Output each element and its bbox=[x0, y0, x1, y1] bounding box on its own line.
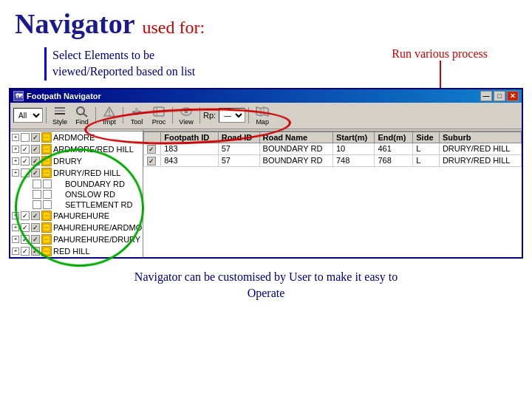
find-button[interactable]: Find bbox=[72, 104, 92, 127]
map-button[interactable]: Map bbox=[252, 104, 273, 127]
checkbox-2[interactable] bbox=[43, 200, 52, 209]
tree-item[interactable]: +RED HILL bbox=[10, 245, 143, 257]
main-content: +ARDMORE+ARDMORE/RED HILL+DRURY+DRURY/RE… bbox=[10, 132, 522, 257]
svg-point-13 bbox=[185, 109, 188, 113]
checkbox-2[interactable] bbox=[31, 247, 40, 256]
separator-3 bbox=[123, 107, 123, 123]
window-title: Footpath Navigator bbox=[27, 92, 101, 100]
checkbox-2[interactable] bbox=[31, 145, 40, 154]
table-cell: 461 bbox=[375, 143, 413, 154]
expand-button[interactable]: + bbox=[12, 236, 19, 243]
svg-point-7 bbox=[109, 114, 110, 115]
all-select[interactable]: All bbox=[13, 108, 43, 123]
svg-rect-2 bbox=[55, 113, 65, 115]
maximize-button[interactable]: □ bbox=[494, 91, 505, 101]
rp-select[interactable]: — bbox=[219, 108, 245, 123]
table-row[interactable]: 84357BOUNDARY RD748768LDRURY/RED HILL bbox=[144, 154, 522, 166]
window-icon: 🗺 bbox=[13, 91, 24, 101]
item-icon bbox=[41, 132, 52, 143]
row-checkbox-cell[interactable] bbox=[144, 154, 161, 166]
tree-label: ARDMORE bbox=[53, 133, 95, 142]
find-icon bbox=[75, 106, 89, 117]
checkbox[interactable] bbox=[21, 223, 30, 232]
tree-item[interactable]: +PAHUREHURE/ARDMORE bbox=[10, 222, 143, 233]
column-header[interactable]: Road Name bbox=[259, 132, 332, 143]
checkbox[interactable] bbox=[21, 211, 30, 220]
expand-button[interactable]: + bbox=[12, 212, 19, 219]
tree-item[interactable]: SETTLEMENT RD bbox=[10, 200, 143, 210]
checkbox[interactable] bbox=[33, 180, 41, 188]
footer: Navigator can be customised by User to m… bbox=[0, 263, 532, 305]
table-cell: 843 bbox=[161, 154, 218, 166]
impt-button[interactable]: Impt bbox=[99, 104, 120, 127]
title-used-for: used for: bbox=[143, 18, 205, 38]
checkbox[interactable] bbox=[21, 235, 30, 244]
column-header[interactable]: Footpath ID bbox=[161, 132, 218, 143]
tree-panel: +ARDMORE+ARDMORE/RED HILL+DRURY+DRURY/RE… bbox=[10, 132, 143, 257]
item-icon bbox=[41, 246, 52, 256]
tool-button[interactable]: Tool bbox=[126, 104, 147, 127]
tree-label: PAHUREHURE/DRURY bbox=[53, 235, 140, 244]
row-checkbox[interactable] bbox=[147, 145, 156, 154]
checkbox-2[interactable] bbox=[31, 133, 40, 142]
row-checkbox-cell[interactable] bbox=[144, 143, 161, 154]
toolbar-group-view: View bbox=[176, 104, 197, 127]
column-header[interactable]: Suburb bbox=[439, 132, 521, 143]
toolbar-group-tools: Style Find bbox=[50, 104, 92, 127]
tree-item[interactable]: +ARDMORE bbox=[10, 132, 143, 143]
tree-item[interactable]: +ARDMORE/RED HILL bbox=[10, 143, 143, 155]
column-header[interactable] bbox=[144, 132, 161, 143]
proc-icon bbox=[152, 106, 166, 117]
checkbox[interactable] bbox=[21, 133, 30, 142]
map-icon bbox=[256, 106, 269, 117]
checkbox-2[interactable] bbox=[31, 157, 40, 166]
table-cell: L bbox=[413, 154, 440, 166]
checkbox[interactable] bbox=[33, 190, 41, 199]
tree-item[interactable]: +PAHUREHURE/DRURY bbox=[10, 233, 143, 245]
tree-item[interactable]: +DRURY bbox=[10, 155, 143, 167]
tree-item[interactable]: BOUNDARY RD bbox=[10, 179, 143, 189]
checkbox[interactable] bbox=[21, 145, 30, 154]
svg-rect-10 bbox=[154, 107, 164, 116]
svg-point-3 bbox=[77, 107, 84, 115]
checkbox-2[interactable] bbox=[31, 235, 40, 244]
tree-item[interactable]: +DRURY/RED HILL bbox=[10, 167, 143, 179]
column-header[interactable]: Road ID bbox=[218, 132, 259, 143]
checkbox-2[interactable] bbox=[31, 168, 40, 177]
table-cell: L bbox=[413, 143, 440, 154]
view-button[interactable]: View bbox=[176, 104, 197, 127]
checkbox[interactable] bbox=[21, 247, 30, 256]
checkbox-2[interactable] bbox=[43, 180, 52, 188]
minimize-button[interactable]: — bbox=[480, 91, 492, 101]
expand-button[interactable]: + bbox=[12, 224, 19, 231]
checkbox-2[interactable] bbox=[31, 211, 40, 220]
tree-label: ONSLOW RD bbox=[65, 190, 115, 199]
column-header[interactable]: Side bbox=[413, 132, 440, 143]
checkbox[interactable] bbox=[33, 200, 41, 209]
item-icon bbox=[41, 234, 52, 245]
expand-button[interactable]: + bbox=[12, 169, 19, 177]
expand-button[interactable]: + bbox=[12, 157, 19, 165]
col-header-name bbox=[10, 129, 143, 131]
expand-button[interactable]: + bbox=[12, 134, 19, 141]
expand-button[interactable]: + bbox=[12, 248, 19, 255]
checkbox-2[interactable] bbox=[31, 223, 40, 232]
checkbox[interactable] bbox=[21, 168, 30, 177]
tree-item[interactable]: ONSLOW RD bbox=[10, 189, 143, 200]
column-header[interactable]: Start(m) bbox=[332, 132, 375, 143]
style-button[interactable]: Style bbox=[50, 104, 70, 127]
tree-item[interactable]: +PAHUREHURE bbox=[10, 210, 143, 222]
item-icon bbox=[41, 211, 52, 221]
proc-button[interactable]: Proc bbox=[149, 104, 169, 127]
subtitle-section: Select Elements to be viewed/Reported ba… bbox=[0, 44, 532, 85]
row-checkbox[interactable] bbox=[147, 157, 156, 166]
table-row[interactable]: 18357BOUNDARY RD10461LDRURY/RED HILL bbox=[144, 143, 522, 154]
checkbox-2[interactable] bbox=[43, 190, 52, 199]
expand-button[interactable]: + bbox=[12, 146, 19, 153]
column-header[interactable]: End(m) bbox=[375, 132, 413, 143]
close-button[interactable]: ✕ bbox=[507, 91, 519, 101]
separator-4 bbox=[172, 107, 173, 123]
checkbox[interactable] bbox=[21, 157, 30, 166]
item-icon bbox=[41, 144, 52, 154]
right-subtitle: Run various process bbox=[392, 47, 488, 61]
